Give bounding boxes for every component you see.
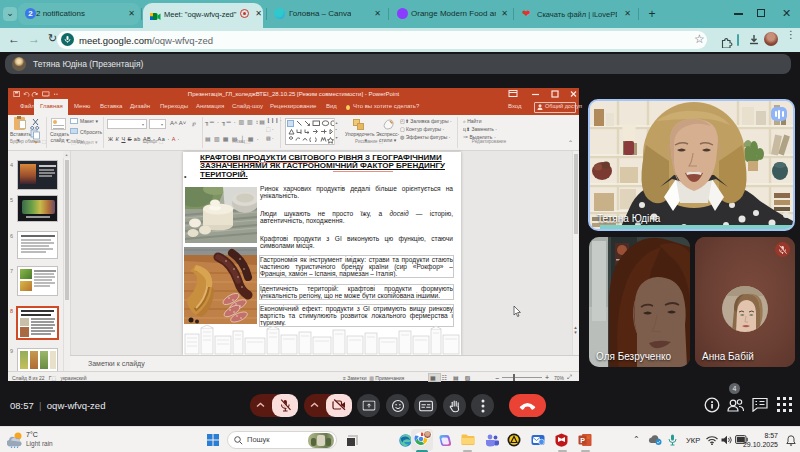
svg-text:P: P [580, 437, 585, 444]
